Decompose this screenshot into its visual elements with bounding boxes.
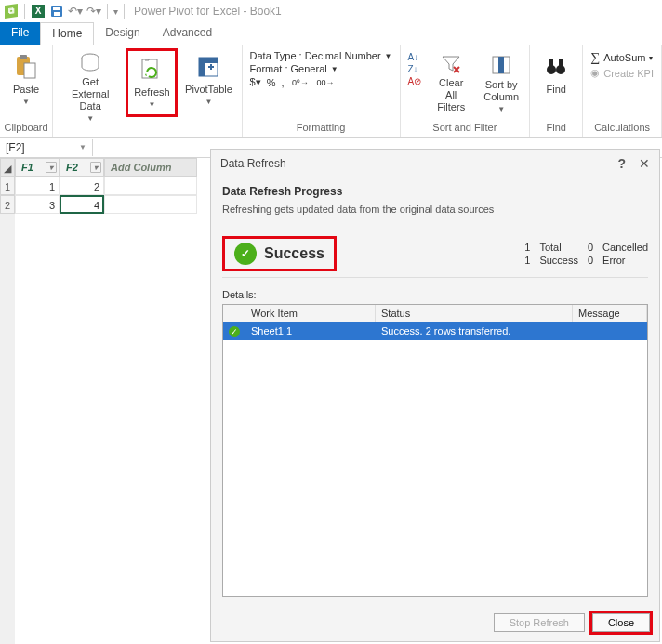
ribbon: Paste ▼ Clipboard Get External Data ▼ Re…: [0, 45, 662, 138]
cell-selected[interactable]: 4: [60, 195, 104, 214]
increase-decimal-button[interactable]: .0⁰→: [290, 78, 310, 87]
database-icon: [75, 52, 105, 74]
cell[interactable]: [104, 177, 197, 195]
group-getdata: Get External Data ▼ Refresh ▼ PivotTable…: [53, 45, 243, 137]
get-external-data-button[interactable]: Get External Data ▼: [57, 48, 124, 117]
chevron-down-icon: ▼: [22, 98, 30, 106]
powerpivot-icon: ⧉: [4, 4, 19, 19]
sort-asc-button[interactable]: A↓: [408, 52, 422, 62]
chevron-down-icon: ▼: [86, 114, 94, 123]
chevron-down-icon: ▾: [649, 54, 653, 62]
cell[interactable]: [104, 195, 197, 214]
save-icon[interactable]: [49, 4, 64, 19]
create-kpi-button[interactable]: ◉ Create KPI: [590, 67, 654, 79]
titlebar: ⧉ X ↶▾ ↷▾ ▾ Power Pivot for Excel - Book…: [0, 0, 662, 22]
filter-clear-icon: [436, 52, 466, 75]
col-header-status[interactable]: Status: [376, 305, 573, 322]
group-find: Find Find: [530, 45, 583, 137]
clear-sort-button[interactable]: A⊘: [408, 76, 422, 86]
table-header: Work Item Status Message: [223, 305, 647, 322]
details-label: Details:: [222, 289, 648, 300]
col-header-workitem[interactable]: Work Item: [245, 305, 376, 322]
success-icon: ✓: [223, 322, 245, 340]
select-all-corner[interactable]: ◢: [0, 158, 15, 177]
refresh-stats: 1Total0Cancelled 1Success0Error: [524, 242, 648, 266]
paste-button[interactable]: Paste ▼: [4, 48, 48, 117]
excel-icon: X: [31, 4, 46, 19]
pivottable-button[interactable]: PivotTable ▼: [179, 48, 237, 117]
row-headers: ◢ 1 2: [0, 158, 15, 644]
chevron-down-icon: ▼: [205, 98, 213, 106]
decrease-decimal-button[interactable]: .00→: [314, 78, 335, 87]
dialog-subtitle: Refreshing gets updated data from the or…: [222, 204, 648, 215]
svg-rect-10: [199, 58, 205, 76]
find-button[interactable]: Find: [534, 48, 578, 117]
format-dropdown[interactable]: Format : General ▼: [250, 63, 392, 74]
row-head[interactable]: 2: [0, 195, 15, 214]
dialog-heading: Data Refresh Progress: [222, 185, 648, 198]
chevron-down-icon: ▼: [497, 105, 505, 113]
group-sortfilter: A↓ Z↓ A⊘ Clear All Filters Sort by Colum…: [401, 45, 531, 137]
window-title: Power Pivot for Excel - Book1: [134, 5, 282, 18]
dialog-titlebar: Data Refresh ? ✕: [211, 150, 659, 177]
ribbon-tabs: File Home Design Advanced: [0, 22, 662, 45]
svg-rect-5: [24, 63, 35, 78]
paste-icon: [11, 52, 41, 82]
refresh-icon: [137, 55, 166, 85]
group-calculations: ∑ AutoSum ▾ ◉ Create KPI Calculations: [583, 45, 662, 137]
sort-by-column-button[interactable]: Sort by Column ▼: [477, 48, 525, 117]
column-head-f2[interactable]: F2▾: [60, 158, 104, 177]
row-head[interactable]: 1: [0, 177, 15, 195]
success-badge: ✓ Success: [222, 236, 337, 271]
svg-rect-18: [559, 59, 563, 67]
chevron-down-icon: ▼: [148, 100, 155, 109]
comma-button[interactable]: ,: [281, 77, 284, 88]
datatype-dropdown[interactable]: Data Type : Decimal Number ▼: [250, 50, 392, 61]
chevron-down-icon: ▼: [385, 52, 392, 60]
help-icon[interactable]: ?: [617, 156, 626, 171]
tab-advanced[interactable]: Advanced: [152, 22, 223, 45]
cell[interactable]: 1: [15, 177, 60, 195]
clear-filters-button[interactable]: Clear All Filters: [427, 48, 475, 117]
pivot-icon: [193, 52, 223, 82]
undo-icon[interactable]: ↶▾: [68, 4, 83, 19]
sort-column-icon: [486, 52, 516, 77]
cell[interactable]: 3: [15, 195, 60, 214]
svg-rect-17: [549, 59, 553, 67]
column-head-f1[interactable]: F1▾: [15, 158, 60, 177]
kpi-icon: ◉: [590, 67, 600, 79]
data-refresh-dialog: Data Refresh ? ✕ Data Refresh Progress R…: [210, 149, 660, 642]
checkmark-icon: ✓: [234, 243, 257, 265]
stop-refresh-button: Stop Refresh: [494, 613, 585, 632]
sort-desc-button[interactable]: Z↓: [408, 64, 422, 74]
currency-button[interactable]: $▾: [250, 76, 261, 88]
chevron-down-icon: ▼: [331, 65, 338, 73]
svg-rect-4: [20, 55, 27, 59]
redo-icon[interactable]: ↷▾: [86, 4, 101, 19]
col-header-message[interactable]: Message: [573, 305, 647, 322]
autosum-button[interactable]: ∑ AutoSum ▾: [590, 50, 654, 65]
dialog-title-text: Data Refresh: [220, 157, 286, 170]
binoculars-icon: [541, 52, 571, 82]
tab-file[interactable]: File: [0, 22, 40, 45]
filter-dropdown-icon[interactable]: ▾: [90, 162, 101, 173]
percent-button[interactable]: %: [267, 77, 276, 88]
table-row[interactable]: ✓ Sheet1 1 Success. 2 rows transferred.: [223, 322, 647, 340]
svg-rect-2: [54, 12, 60, 16]
close-button[interactable]: Close: [592, 613, 650, 632]
tab-design[interactable]: Design: [94, 22, 151, 45]
status-row: ✓ Success 1Total0Cancelled 1Success0Erro…: [222, 230, 648, 278]
cell[interactable]: 2: [60, 177, 104, 195]
group-formatting: Data Type : Decimal Number ▼ Format : Ge…: [243, 45, 401, 137]
close-icon[interactable]: ✕: [639, 156, 650, 171]
group-clipboard: Paste ▼ Clipboard: [0, 45, 53, 137]
svg-rect-1: [53, 7, 60, 10]
dialog-buttons: Stop Refresh Close: [211, 604, 659, 641]
tab-home[interactable]: Home: [40, 22, 94, 45]
name-box[interactable]: [F2] ▼: [0, 139, 93, 156]
filter-dropdown-icon[interactable]: ▾: [46, 162, 57, 173]
details-table: Work Item Status Message ✓ Sheet1 1 Succ…: [222, 304, 648, 597]
refresh-button[interactable]: Refresh ▼: [126, 48, 178, 117]
qat-customize-icon[interactable]: ▾: [113, 7, 118, 17]
add-column-button[interactable]: Add Column: [104, 158, 197, 177]
